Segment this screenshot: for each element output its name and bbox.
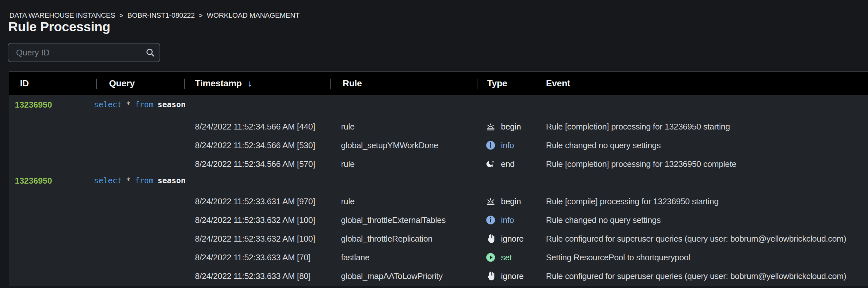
timestamp-value: 8/24/2022 11:52:33.632 AM [100] [195, 229, 315, 248]
hand-icon [485, 270, 496, 282]
column-divider [96, 79, 97, 89]
event-text: Rule [compile] processing for 13236950 s… [546, 192, 719, 211]
type-cell: end [485, 155, 515, 173]
timestamp-value: 8/24/2022 11:52:34.566 AM [530] [195, 136, 315, 155]
type-cell: info [485, 211, 514, 229]
page-title: Rule Processing [8, 19, 110, 34]
rule-value: global_mapAAToLowPriority [341, 267, 443, 285]
query-group-row[interactable]: 13236950 select * from season [9, 95, 868, 114]
hand-icon [485, 233, 496, 244]
sql-keyword: select [94, 100, 122, 109]
chevron-right-icon: > [119, 12, 123, 19]
rule-event-row[interactable]: 8/24/2022 11:52:33.632 AM [100] global_t… [9, 211, 868, 229]
timestamp-value: 8/24/2022 11:52:33.631 AM [970] [195, 192, 315, 211]
rule-event-row[interactable]: 8/24/2022 11:52:34.566 AM [440] rule beg… [9, 117, 868, 136]
sunrise-icon [485, 121, 496, 132]
rule-event-row[interactable]: 8/24/2022 11:52:33.631 AM [970] rule beg… [9, 192, 868, 211]
type-label: ignore [501, 234, 523, 244]
breadcrumb-item-workload[interactable]: WORKLOAD MANAGEMENT [207, 11, 300, 20]
moon-sparkles-icon [485, 159, 496, 169]
table-header-row: ID Query Timestamp ↓ Rule Type Event [9, 71, 868, 95]
rule-value: fastlane [341, 248, 370, 267]
timestamp-value: 8/24/2022 11:52:34.566 AM [440] [195, 117, 315, 136]
rule-event-row[interactable]: 8/24/2022 11:52:34.566 AM [570] rule end… [9, 155, 868, 173]
rule-value: rule [341, 192, 354, 211]
column-header-query[interactable]: Query [109, 72, 135, 95]
rule-event-row[interactable]: 8/24/2022 11:52:33.633 AM [80] global_ma… [9, 267, 868, 285]
query-sql-text: select * from season [94, 171, 186, 190]
event-text: Setting ResourcePool to shortquerypool [546, 248, 690, 267]
sql-keyword: from [135, 176, 153, 185]
search-icon [146, 48, 155, 57]
sort-descending-icon[interactable]: ↓ [248, 79, 252, 89]
rule-value: rule [341, 155, 354, 173]
column-divider [184, 79, 185, 89]
event-text: Rule configured for superuser queries (q… [546, 267, 846, 285]
type-cell: begin [485, 192, 521, 211]
info-icon [485, 140, 496, 151]
breadcrumb-item-instance[interactable]: BOBR-INST1-080222 [127, 11, 195, 20]
sql-star: * [126, 100, 131, 109]
type-cell: ignore [485, 267, 523, 285]
type-label: info [501, 140, 514, 150]
column-divider [535, 79, 535, 89]
column-divider [331, 79, 331, 89]
event-text: Rule [completion] processing for 1323695… [546, 155, 736, 173]
rule-value: global_throttleExternalTables [341, 211, 445, 229]
type-label: begin [501, 197, 521, 206]
type-label: info [501, 215, 514, 225]
rule-value: rule [341, 117, 354, 136]
event-text: Rule configured for superuser queries (q… [546, 229, 846, 248]
info-icon [485, 214, 496, 226]
column-header-id[interactable]: ID [20, 72, 29, 95]
column-header-timestamp-label: Timestamp [195, 78, 242, 89]
play-circle-icon [485, 252, 496, 263]
event-text: Rule [completion] processing for 1323695… [546, 117, 730, 136]
timestamp-value: 8/24/2022 11:52:33.633 AM [70] [195, 248, 310, 267]
column-header-event[interactable]: Event [546, 72, 570, 95]
type-cell: begin [485, 117, 521, 136]
query-id-search-box [8, 43, 160, 62]
rule-processing-page: DATA WAREHOUSE INSTANCES > BOBR-INST1-08… [0, 0, 868, 288]
type-label: end [501, 159, 515, 169]
query-group-row[interactable]: 13236950 select * from season [9, 171, 868, 190]
search-button[interactable] [141, 44, 160, 61]
type-label: ignore [501, 271, 523, 281]
type-cell: info [485, 136, 514, 155]
rule-event-row[interactable]: 8/24/2022 11:52:34.566 AM [530] global_s… [9, 136, 868, 155]
sql-star: * [126, 176, 131, 185]
chevron-right-icon: > [199, 12, 203, 19]
rule-value: global_setupYMWorkDone [341, 136, 438, 155]
sql-table-name: season [158, 176, 186, 185]
sql-keyword: from [135, 100, 153, 109]
event-text: Rule changed no query settings [546, 211, 661, 229]
breadcrumb-item-instances[interactable]: DATA WAREHOUSE INSTANCES [9, 11, 115, 20]
type-cell: ignore [485, 229, 523, 248]
event-text: Rule changed no query settings [546, 136, 661, 155]
sql-keyword: select [94, 176, 122, 185]
type-label: set [501, 253, 512, 263]
timestamp-value: 8/24/2022 11:52:33.632 AM [100] [195, 211, 315, 229]
search-input[interactable] [8, 44, 141, 61]
column-header-timestamp[interactable]: Timestamp ↓ [195, 72, 252, 95]
timestamp-value: 8/24/2022 11:52:34.566 AM [570] [195, 155, 315, 173]
type-cell: set [485, 248, 512, 267]
column-divider [477, 79, 477, 89]
query-id-value: 13236950 [15, 95, 52, 114]
rule-event-row[interactable]: 8/24/2022 11:52:33.633 AM [70] fastlane … [9, 248, 868, 267]
rule-event-row[interactable]: 8/24/2022 11:52:33.632 AM [100] global_t… [9, 229, 868, 248]
query-id-value: 13236950 [15, 171, 52, 190]
timestamp-value: 8/24/2022 11:52:33.633 AM [80] [195, 267, 310, 285]
column-header-rule[interactable]: Rule [343, 72, 362, 95]
sunrise-icon [485, 196, 496, 207]
rule-processing-table: ID Query Timestamp ↓ Rule Type Event 132… [9, 71, 868, 286]
column-header-type[interactable]: Type [487, 72, 507, 95]
type-label: begin [501, 122, 521, 132]
rule-value: global_throttleReplication [341, 229, 432, 248]
breadcrumb: DATA WAREHOUSE INSTANCES > BOBR-INST1-08… [9, 11, 300, 20]
query-sql-text: select * from season [94, 95, 186, 114]
sql-table-name: season [158, 100, 186, 109]
